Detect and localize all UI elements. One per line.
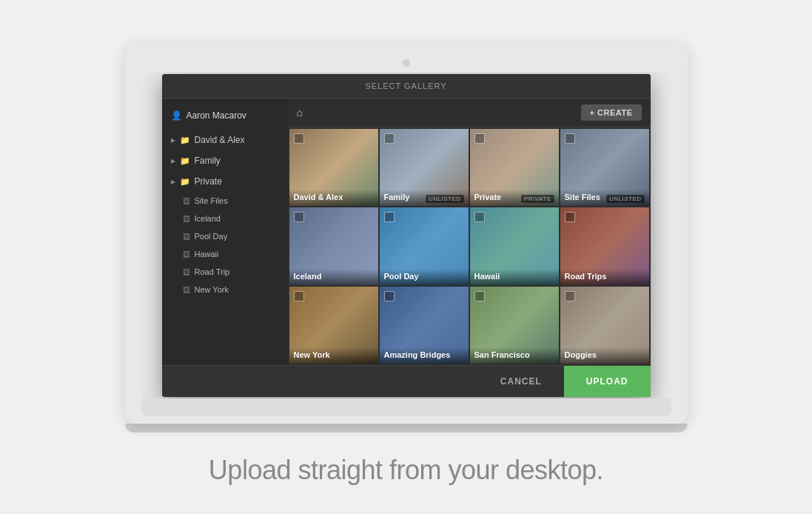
tagline: Upload straight from your desktop. bbox=[209, 455, 603, 486]
gallery-item[interactable]: Iceland bbox=[289, 207, 378, 284]
gallery-checkbox[interactable] bbox=[384, 212, 395, 222]
gallery-item-label: Road Trips bbox=[560, 269, 649, 285]
sidebar-item-label: Site Files bbox=[195, 196, 228, 205]
gallery-item[interactable]: Site Files UNLISTED bbox=[560, 129, 649, 206]
gallery-grid: David & Alex Family UNLISTED Private bbox=[288, 127, 651, 365]
sidebar-group-private[interactable]: ▶ 📁 Private bbox=[162, 171, 288, 192]
gallery-item-label: San Francisco bbox=[470, 347, 559, 364]
sidebar-item-label: Pool Day bbox=[195, 232, 228, 241]
gallery-checkbox[interactable] bbox=[565, 291, 575, 301]
sidebar-group-label: Family bbox=[195, 156, 221, 166]
gallery-item[interactable]: Pool Day bbox=[380, 207, 469, 284]
gallery-item-label: Pool Day bbox=[380, 269, 469, 285]
sidebar-item-label: Road Trip bbox=[195, 267, 230, 276]
gallery-checkbox[interactable] bbox=[294, 291, 304, 301]
select-gallery-modal: SELECT GALLERY 👤 Aaron Macarov ▶ 📁 bbox=[162, 74, 651, 397]
sidebar-item-iceland[interactable]: 🖼 Iceland bbox=[162, 210, 288, 227]
image-icon: 🖼 bbox=[183, 233, 190, 241]
image-icon: 🖼 bbox=[183, 286, 190, 294]
sidebar-group-family[interactable]: ▶ 📁 Family bbox=[162, 150, 288, 171]
laptop-camera bbox=[403, 59, 410, 67]
gallery-item-label: Doggies bbox=[560, 347, 649, 364]
screen-content: SELECT GALLERY 👤 Aaron Macarov ▶ 📁 bbox=[141, 73, 671, 398]
gallery-area: ⌂ + CREATE David & Alex Fa bbox=[288, 99, 651, 365]
gallery-item[interactable]: Road Trips bbox=[560, 207, 649, 284]
laptop-screen: SELECT GALLERY 👤 Aaron Macarov ▶ 📁 bbox=[141, 73, 671, 398]
gallery-item-label: David & Alex bbox=[289, 190, 378, 206]
folder-icon: 📁 bbox=[180, 156, 190, 166]
image-icon: 🖼 bbox=[183, 250, 190, 258]
gallery-item[interactable]: Doggies bbox=[560, 287, 649, 364]
gallery-item[interactable]: New York bbox=[289, 287, 378, 364]
gallery-item-label: New York bbox=[289, 347, 378, 364]
gallery-checkbox[interactable] bbox=[474, 291, 485, 301]
laptop-screen-outer: SELECT GALLERY 👤 Aaron Macarov ▶ 📁 bbox=[125, 43, 688, 424]
laptop-container: SELECT GALLERY 👤 Aaron Macarov ▶ 📁 bbox=[125, 43, 688, 433]
gallery-checkbox[interactable] bbox=[384, 133, 395, 144]
image-icon: 🖼 bbox=[183, 215, 190, 223]
user-icon: 👤 bbox=[171, 110, 182, 121]
gallery-checkbox[interactable] bbox=[565, 212, 575, 222]
sidebar-group-label: Private bbox=[195, 176, 222, 187]
modal-title: SELECT GALLERY bbox=[162, 74, 651, 99]
sidebar-item-label: Iceland bbox=[195, 214, 221, 223]
gallery-item[interactable]: David & Alex bbox=[289, 129, 378, 206]
chevron-icon: ▶ bbox=[171, 158, 175, 164]
sidebar-username: Aaron Macarov bbox=[187, 110, 246, 121]
sidebar-user: 👤 Aaron Macarov bbox=[162, 104, 288, 127]
upload-button[interactable]: UPLOAD bbox=[564, 366, 651, 397]
sidebar-item-label: New York bbox=[195, 285, 229, 294]
gallery-checkbox[interactable] bbox=[294, 212, 304, 222]
gallery-badge: UNLISTED bbox=[426, 195, 464, 203]
laptop-base bbox=[141, 398, 671, 416]
gallery-checkbox[interactable] bbox=[474, 133, 485, 144]
gallery-toolbar: ⌂ + CREATE bbox=[288, 99, 651, 127]
sidebar-item-road-trip[interactable]: 🖼 Road Trip bbox=[162, 263, 288, 281]
gallery-item-label: Iceland bbox=[289, 269, 378, 285]
image-icon: 🖼 bbox=[183, 197, 190, 205]
sidebar-item-label: Hawaii bbox=[195, 250, 219, 258]
gallery-item-label: Amazing Bridges bbox=[380, 347, 469, 364]
gallery-item[interactable]: Family UNLISTED bbox=[380, 129, 469, 206]
sidebar-item-pool-day[interactable]: 🖼 Pool Day bbox=[162, 227, 288, 245]
sidebar-group-david-alex[interactable]: ▶ 📁 David & Alex bbox=[162, 130, 288, 150]
gallery-checkbox[interactable] bbox=[565, 133, 575, 144]
chevron-icon: ▶ bbox=[171, 137, 175, 144]
gallery-item[interactable]: Hawaii bbox=[470, 207, 559, 284]
sidebar-group-label: David & Alex bbox=[195, 135, 245, 145]
sidebar-item-hawaii[interactable]: 🖼 Hawaii bbox=[162, 245, 288, 263]
gallery-item[interactable]: Private PRIVATE bbox=[470, 129, 559, 206]
modal-body: 👤 Aaron Macarov ▶ 📁 David & Alex ▶ 📁 bbox=[162, 99, 651, 365]
gallery-checkbox[interactable] bbox=[384, 291, 395, 301]
gallery-checkbox[interactable] bbox=[294, 133, 304, 144]
home-icon[interactable]: ⌂ bbox=[297, 107, 303, 119]
gallery-item[interactable]: Amazing Bridges bbox=[380, 287, 469, 364]
folder-icon: 📁 bbox=[180, 136, 190, 145]
image-icon: 🖼 bbox=[183, 268, 190, 276]
sidebar-item-site-files[interactable]: 🖼 Site Files bbox=[162, 192, 288, 210]
sidebar-item-new-york[interactable]: 🖼 New York bbox=[162, 281, 288, 298]
create-button[interactable]: + CREATE bbox=[581, 104, 642, 121]
modal-footer: CANCEL UPLOAD bbox=[162, 365, 651, 397]
laptop-stand bbox=[125, 424, 688, 433]
chevron-icon: ▶ bbox=[171, 178, 175, 185]
gallery-item-label: Hawaii bbox=[470, 269, 559, 285]
gallery-item[interactable]: San Francisco bbox=[470, 287, 559, 364]
cancel-button[interactable]: CANCEL bbox=[478, 366, 564, 397]
gallery-badge: PRIVATE bbox=[521, 195, 554, 203]
sidebar: 👤 Aaron Macarov ▶ 📁 David & Alex ▶ 📁 bbox=[162, 99, 288, 365]
gallery-checkbox[interactable] bbox=[474, 212, 485, 222]
gallery-badge: UNLISTED bbox=[606, 195, 645, 203]
folder-icon: 📁 bbox=[180, 177, 190, 187]
